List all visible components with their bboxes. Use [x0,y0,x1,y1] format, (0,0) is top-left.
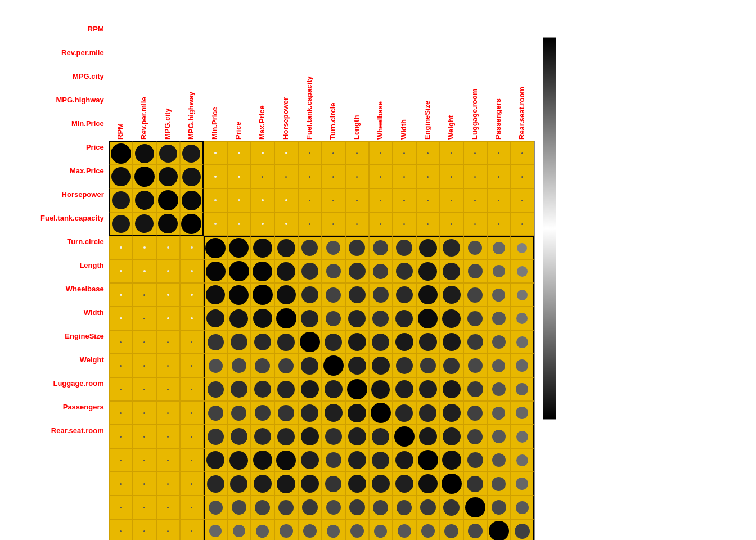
dot-0-9 [332,152,334,154]
col-label-wrap-MPG.city: MPG.city [156,17,179,141]
col-label-wrap-Turn.circle: Turn.circle [321,17,345,141]
row-label-Rev.per.mile: Rev.per.mile [40,40,106,64]
dot-0-16 [498,152,500,154]
cell-16-5 [227,519,251,540]
dot-16-9 [327,525,340,538]
dot-10-0 [120,389,122,390]
cell-2-13 [416,188,440,212]
cell-9-3 [180,354,204,377]
cell-10-14 [440,377,464,401]
cell-12-17 [511,425,534,448]
cell-4-6 [251,236,274,259]
dot-4-3 [191,246,193,249]
cell-0-17 [511,141,534,165]
row-label-Weight: Weight [40,348,106,371]
dot-4-5 [229,238,249,258]
cell-1-4 [204,165,227,188]
dot-1-10 [356,176,358,178]
dot-1-1 [134,166,155,187]
cell-3-10 [345,212,369,236]
dot-14-1 [143,483,145,485]
dot-5-3 [191,270,193,272]
cell-7-6 [251,307,274,330]
cell-6-7 [274,283,298,307]
dot-15-4 [209,501,223,515]
cell-7-15 [464,307,487,330]
dot-1-14 [451,176,452,178]
cell-4-4 [204,236,227,259]
dot-4-10 [349,240,365,256]
cell-11-1 [133,401,156,425]
dot-9-2 [167,365,169,367]
dot-15-2 [167,507,169,508]
dot-6-3 [191,294,193,296]
cell-11-4 [204,401,227,425]
dot-11-5 [231,406,246,421]
dot-7-13 [418,309,438,328]
col-label-wrap-Length: Length [345,17,368,141]
dot-5-4 [206,262,226,281]
dot-15-0 [120,507,122,508]
dot-6-12 [396,286,413,303]
dot-1-16 [498,176,500,178]
cell-4-5 [227,236,251,259]
cell-16-17 [511,519,534,540]
row-label-Price: Price [40,135,106,159]
cell-12-1 [133,425,156,448]
dot-15-8 [302,500,318,515]
dot-15-17 [516,501,529,514]
cell-9-14 [440,354,464,377]
cell-11-9 [322,401,345,425]
dot-13-3 [191,460,192,461]
dot-11-10 [348,404,366,422]
cell-0-2 [156,141,180,165]
col-label-Max.Price: Max.Price [258,105,266,140]
dot-11-2 [167,412,169,414]
dot-12-16 [492,430,506,443]
dot-15-12 [397,500,412,515]
cell-3-17 [511,212,534,236]
col-label-Price: Price [234,122,242,140]
cell-14-0 [109,472,133,496]
dot-14-7 [277,475,295,493]
dot-3-9 [332,223,334,225]
dot-15-13 [420,500,436,515]
cell-13-12 [393,448,416,472]
cell-7-11 [369,307,393,330]
dot-12-10 [348,428,366,446]
col-labels: RPMRev.per.mileMPG.cityMPG.highwayMin.Pr… [109,17,535,141]
dot-9-8 [301,357,318,375]
dot-5-17 [517,266,528,277]
cell-0-9 [322,141,345,165]
dot-16-1 [143,530,145,532]
dot-6-8 [302,286,318,303]
dot-12-9 [325,428,342,445]
cell-2-12 [393,188,416,212]
cell-5-13 [416,259,440,283]
dot-7-7 [276,308,296,328]
cell-16-0 [109,519,133,540]
dot-16-11 [374,525,387,538]
cell-9-7 [274,354,298,377]
dot-2-13 [427,200,429,201]
dot-10-8 [301,380,319,398]
cell-2-6 [251,188,274,212]
cell-7-0 [109,307,133,330]
cell-8-15 [464,330,487,354]
row-label-Min.Price: Min.Price [40,111,106,135]
cell-7-12 [393,307,416,330]
cell-3-14 [440,212,464,236]
col-label-wrap-EngineSize: EngineSize [416,17,439,141]
cell-2-1 [133,188,156,212]
cell-1-3 [180,165,204,188]
row-label-Wheelbase: Wheelbase [40,277,106,300]
cell-9-9 [322,354,345,377]
cell-0-11 [369,141,393,165]
col-label-wrap-Wheelbase: Wheelbase [368,17,392,141]
dot-12-12 [394,426,415,447]
cell-10-2 [156,377,180,401]
dot-16-13 [421,524,435,538]
dot-3-1 [135,214,154,233]
dot-7-5 [230,309,248,328]
dot-15-9 [326,500,341,515]
